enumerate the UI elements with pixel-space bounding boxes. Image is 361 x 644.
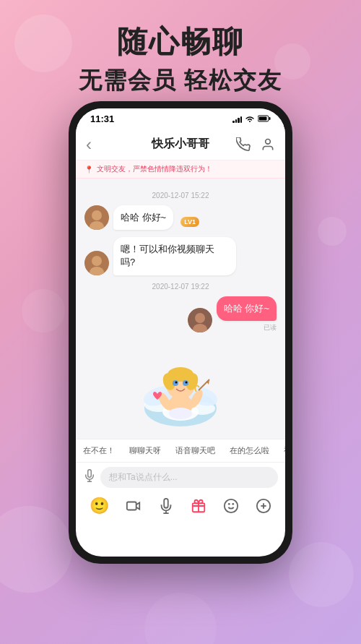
sticker-area [84, 340, 277, 437]
message-row-3: 哈哈 你好~ 已读 [84, 296, 277, 332]
user-profile-icon[interactable] [261, 137, 275, 152]
nav-bar: ‹ 快乐小哥哥 [76, 129, 285, 160]
notice-pin-icon: 📍 [84, 166, 93, 173]
svg-point-5 [92, 210, 102, 220]
quick-tab-4[interactable]: 视频聊 [277, 439, 285, 462]
bottom-toolbar: 🙂 [76, 492, 285, 523]
avatar-other-2 [84, 251, 109, 275]
quick-tab-2[interactable]: 语音聊天吧 [168, 439, 222, 462]
bubble-wrap-3: 哈哈 你好~ 已读 [217, 296, 277, 332]
signal-icon [232, 115, 242, 123]
notice-bar: 📍 文明交友，严禁色情情降违双行为！ [76, 160, 285, 179]
gift-button[interactable] [191, 498, 206, 514]
svg-point-11 [195, 313, 205, 323]
message-input[interactable]: 想和Ta说点什么... [100, 467, 278, 488]
message-bubble-1: 哈哈 你好~ [113, 205, 173, 230]
status-icons [232, 115, 271, 123]
svg-rect-2 [259, 117, 267, 121]
emoji-button[interactable]: 🙂 [90, 497, 109, 515]
wifi-icon [245, 115, 255, 123]
avatar-self [188, 308, 212, 332]
svg-point-26 [175, 381, 178, 383]
chat-area[interactable]: 2020-12-07 15:22 哈哈 你好~ [76, 179, 285, 439]
svg-point-28 [169, 408, 192, 419]
svg-point-35 [225, 499, 238, 512]
cupid-svg [137, 347, 224, 434]
hero-line2: 无需会员 轻松交友 [0, 65, 361, 97]
call-icon[interactable] [236, 137, 251, 152]
avatar-face-self [188, 308, 212, 332]
status-time: 11:31 [90, 113, 114, 124]
message-bubble-2: 嗯！可以和你视频聊天吗? [113, 237, 236, 275]
avatar-face-other [84, 205, 109, 230]
avatar-other [84, 205, 109, 230]
svg-point-3 [266, 139, 271, 144]
battery-icon [258, 115, 271, 122]
nav-actions [236, 137, 275, 152]
quick-tab-1[interactable]: 聊聊天呀 [122, 439, 168, 462]
quick-tab-0[interactable]: 在不在！ [76, 439, 122, 462]
input-placeholder: 想和Ta说点什么... [109, 472, 178, 482]
notice-text: 文明交友，严禁色情情降违双行为！ [97, 164, 212, 174]
status-bar: 11:31 [76, 108, 285, 129]
message-row-1: 哈哈 你好~ LV1 [84, 205, 277, 230]
svg-rect-1 [269, 117, 271, 120]
quick-tab-3[interactable]: 在的怎么啦 [222, 439, 277, 462]
more-button[interactable] [256, 498, 271, 514]
phone-inner: 11:31 [76, 108, 285, 557]
sent-status: 已读 [217, 323, 277, 332]
message-bubble-3: 哈哈 你好~ [217, 296, 277, 321]
message-row-2: 嗯！可以和你视频聊天吗? [84, 237, 277, 275]
svg-point-8 [92, 256, 102, 266]
video-button[interactable] [126, 498, 142, 514]
lv-badge: LV1 [180, 217, 199, 227]
avatar-face-other2 [84, 251, 109, 275]
svg-rect-33 [127, 502, 136, 510]
input-bar: 想和Ta说点什么... [76, 462, 285, 492]
mic-button[interactable] [158, 498, 174, 514]
phone-mockup: 11:31 [69, 101, 292, 564]
cupid-sticker [137, 347, 224, 434]
date-divider-1: 2020-12-07 15:22 [84, 192, 277, 199]
back-button[interactable]: ‹ [86, 134, 92, 155]
hero-line1: 随心畅聊 [0, 22, 361, 62]
phone-outer: 11:31 [69, 101, 292, 564]
date-divider-2: 2020-12-07 19:22 [84, 283, 277, 291]
voice-input-icon[interactable] [83, 469, 96, 486]
chat-title: 快乐小哥哥 [152, 137, 209, 152]
sticker-button[interactable] [223, 498, 239, 514]
hero-section: 随心畅聊 无需会员 轻松交友 [0, 22, 361, 97]
quick-reply-tabs[interactable]: 在不在！ 聊聊天呀 语音聊天吧 在的怎么啦 视频聊 [76, 439, 285, 462]
svg-point-27 [186, 381, 188, 383]
bubble-wrap-1: 哈哈 你好~ [113, 205, 173, 230]
